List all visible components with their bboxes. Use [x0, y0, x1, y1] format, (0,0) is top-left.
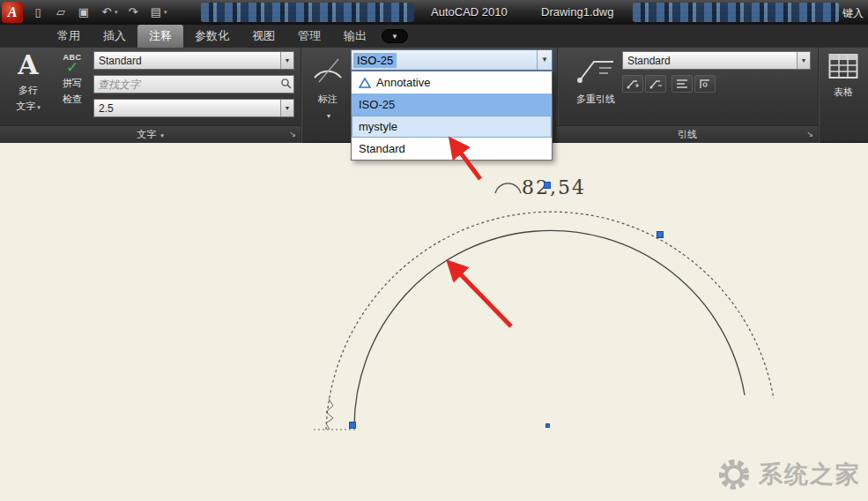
print-icon[interactable]: ▤ [146, 4, 166, 21]
redo-icon[interactable]: ↷ [123, 4, 143, 21]
dimension-arc-icon [308, 49, 347, 86]
tab-view[interactable]: 视图 [241, 25, 286, 48]
blurred-region-right [633, 3, 839, 22]
dimension-style-combo[interactable]: ISO-25 ▼ [351, 49, 553, 71]
gear-icon [715, 455, 753, 494]
ribbon-options-button[interactable]: ▼ [382, 29, 408, 43]
multiline-text-button[interactable]: A 多行 文字▾ [5, 49, 51, 113]
text-panel-footer[interactable]: 文字 ▾ ↘ [0, 125, 300, 143]
arc-length-symbol [495, 183, 521, 193]
panel-launcher-icon[interactable]: ↘ [806, 130, 813, 139]
tab-annotate[interactable]: 注释 [137, 25, 183, 48]
dimension-text[interactable]: 82,54 [522, 176, 586, 198]
multileader-icon [573, 49, 619, 86]
text-height-combo[interactable]: 2.5 ▾ [93, 99, 294, 117]
chevron-down-icon[interactable]: ▼ [537, 50, 552, 70]
find-text-box [93, 75, 294, 93]
chevron-down-icon[interactable]: ▾ [280, 100, 293, 116]
chevron-down-icon[interactable]: ▾ [797, 52, 810, 69]
tab-parametric[interactable]: 参数化 [183, 25, 241, 48]
watermark: 系统之家 [715, 455, 861, 494]
chevron-down-icon[interactable]: ▾ [280, 52, 293, 69]
table-button[interactable]: 表格 [823, 53, 864, 99]
align-leaders-button[interactable] [671, 75, 693, 93]
leader-panel-footer[interactable]: 引线 ↘ [557, 125, 818, 143]
measured-arc[interactable] [354, 230, 745, 429]
panel-flyout-caret-icon: ▾ [160, 132, 164, 138]
tab-output[interactable]: 输出 [332, 25, 378, 48]
annotative-icon [359, 77, 371, 89]
panel-launcher-icon[interactable]: ↘ [289, 130, 296, 139]
save-icon[interactable]: ▣ [74, 4, 93, 21]
text-style-combo[interactable]: Standard ▾ [93, 51, 294, 70]
panel-divider [300, 48, 302, 143]
multileader-button[interactable]: 多重引线 [571, 49, 620, 106]
remove-leader-button[interactable] [645, 75, 666, 93]
spell-check-button[interactable]: ABC ✓ 拼写 检查 [53, 53, 92, 106]
table-icon [828, 53, 858, 79]
dropdown-item-mystyle[interactable]: mystyle [352, 116, 552, 138]
tab-insert[interactable]: 插入 [92, 25, 137, 48]
infocenter-text[interactable]: 键入 [842, 6, 864, 21]
watermark-text: 系统之家 [759, 459, 861, 490]
tab-home[interactable]: 常用 [46, 25, 92, 48]
grip-handle-text[interactable] [544, 182, 551, 189]
dropdown-item-annotative[interactable]: Annotative [352, 71, 552, 93]
autocad-window: 82,54 系统之家 A ▯ ▱ ▣ ↶ ▾ ↷ ▤ ▾ AutoCAD 201… [0, 0, 868, 501]
dropdown-item-iso25[interactable]: ISO-25 [352, 93, 552, 116]
open-file-icon[interactable]: ▱ [51, 4, 70, 21]
mtext-caret-icon: ▾ [37, 104, 41, 110]
document-title: Drawing1.dwg [541, 5, 613, 19]
undo-caret-icon[interactable]: ▾ [115, 9, 118, 16]
break-squiggle [326, 399, 333, 430]
mtext-icon: A [5, 49, 51, 81]
autocad-logo-icon[interactable]: A [2, 2, 23, 23]
dimension-arc-dashed[interactable] [326, 212, 774, 430]
app-title: AutoCAD 2010 [431, 5, 508, 19]
blurred-region-left [201, 3, 414, 22]
print-caret-icon[interactable]: ▾ [164, 9, 167, 16]
arrow-to-arc [450, 264, 511, 326]
panel-divider [818, 48, 820, 143]
collect-leaders-button[interactable] [694, 75, 716, 93]
undo-icon[interactable]: ↶ [97, 4, 116, 21]
find-text-input[interactable] [94, 79, 278, 91]
new-file-icon[interactable]: ▯ [28, 4, 48, 21]
search-icon[interactable] [278, 77, 293, 93]
multileader-style-combo[interactable]: Standard ▾ [622, 51, 811, 70]
ribbon-tab-bar: 常用 插入 注释 参数化 视图 管理 输出 ▼ [0, 25, 868, 48]
dropdown-item-standard[interactable]: Standard [352, 138, 552, 160]
dimension-style-list: Annotative ISO-25 mystyle Standard [351, 71, 553, 161]
grip-center-point[interactable] [545, 423, 550, 428]
dimension-caret-icon[interactable]: ▼ [326, 113, 332, 119]
dimension-button[interactable]: 标注 ▼ [307, 49, 349, 122]
grip-handle-endpoint[interactable] [349, 422, 356, 429]
check-icon: ✓ [53, 62, 92, 74]
title-bar: A ▯ ▱ ▣ ↶ ▾ ↷ ▤ ▾ AutoCAD 2010 Drawing1.… [0, 0, 868, 25]
tab-manage[interactable]: 管理 [286, 25, 332, 48]
dimension-style-dropdown: ISO-25 ▼ Annotative ISO-25 mystyle Stand… [351, 49, 553, 161]
add-leader-button[interactable] [622, 75, 643, 93]
grip-handle-arc[interactable] [657, 231, 664, 238]
